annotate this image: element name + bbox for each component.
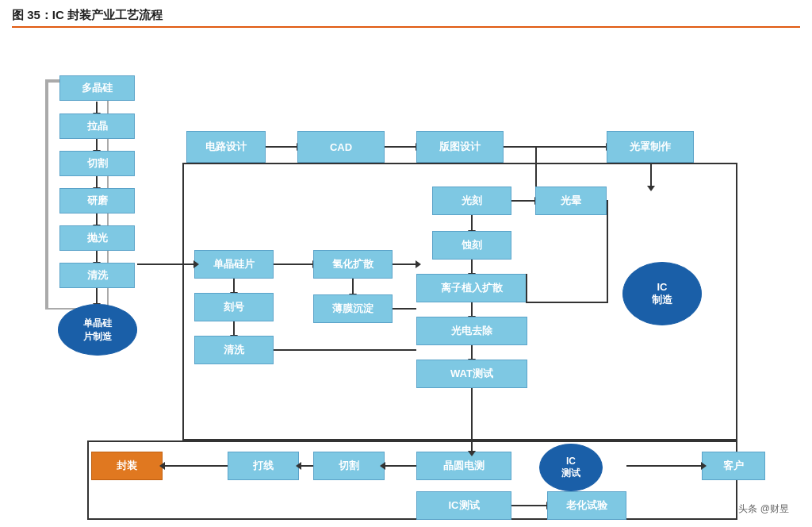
box-qingxi2: 清洗 [194,336,274,364]
arrow-yanmo-paiguang [96,213,98,225]
line-feedback-v [526,274,527,303]
box-lizizhiruokuosan: 离子植入扩散 [416,274,527,302]
arrow-duojingui-lajing [96,102,98,113]
arrow-daxian-fengzhuang [164,465,228,467]
diagram: 多晶硅 拉晶 切割 研磨 抛光 清洗 单晶硅 片制造 电路设计 CAD 版图设计 [12,36,797,520]
oval-ic-make: IC 制造 [622,262,702,325]
line-guangqin-down [607,200,608,303]
arrow-wat-jingjianyuan [471,388,473,452]
arrow-danjing-qinghua [274,264,313,265]
arrow-lajing-qiege [96,139,98,151]
box-laohuashiyan: 老化试验 [547,491,626,520]
box-bommochenjii: 薄膜沉淀 [313,294,393,323]
box-lajing: 拉晶 [59,113,135,139]
arrow-guangke-shike [471,215,473,231]
arrow-cad-bantu [385,146,416,148]
bottom-border [87,440,737,520]
arrow-guangzhao-down-ic [650,163,652,187]
line-feedback-h [526,302,607,303]
arrow-qinghua-bommo [352,279,354,294]
arrow-guangdian-wat [471,345,473,360]
arrow-guangke-guangqin [511,200,535,202]
arrow-danjing-kehao [233,279,235,293]
box-bantushejii: 版图设计 [416,131,504,163]
arrow-kehao-qingxi2 [233,321,235,336]
box-xiqing: 清洗 [59,263,135,288]
box-duojingui: 多晶硅 [59,75,135,101]
box-shike: 蚀刻 [432,231,511,260]
watermark: 头条 @财昱 [738,502,789,516]
arrow-qinghua-guangke [393,264,416,265]
box-qinghuakuosan: 氢化扩散 [313,250,393,279]
box-guangqin: 光晕 [535,187,607,215]
arrow-qiege-yanmo [96,176,98,188]
box-daxian: 打线 [228,452,299,480]
line-bantu-down [535,147,537,163]
box-cad: CAD [297,131,385,163]
box-yanmo: 研磨 [59,188,135,213]
arrow-oval-to-danjing [137,264,194,265]
box-danjingguipian: 单晶硅片 [194,250,274,279]
arrow-bommo-right [393,308,416,310]
arrow-qingxi2-right [274,349,416,351]
box-paiguang: 抛光 [59,225,135,251]
arrow-shike-lizii [471,260,473,274]
title-bar: 图 35：IC 封装产业工艺流程 [12,8,800,28]
box-kehao: 刻号 [194,293,274,321]
box-guangke: 光刻 [432,187,511,215]
page: 图 35：IC 封装产业工艺流程 多晶硅 拉晶 切割 研磨 抛光 清洗 单晶硅 … [0,0,812,527]
oval-wafer: 单晶硅 片制造 [58,304,137,356]
box-kehhu: 客户 [702,452,765,480]
box-ic-ceshi: IC测试 [416,491,511,520]
box-fengzhuang: 封装 [91,452,163,480]
arrow-xiqing-oval [96,288,98,304]
arrow-paiguang-xiqing [96,251,98,263]
arrow-to-kehhu [626,465,702,467]
box-guangzhaozhizuo: 光罩制作 [607,131,694,163]
arrow-dianlushejii-cad [266,146,297,148]
box-watceshi: WAT测试 [416,360,527,388]
box-jingjianyuancedian: 晶圆电测 [416,452,511,480]
box-qiege2: 切割 [313,452,385,480]
box-qiege: 切割 [59,151,135,176]
oval-ic-test: IC 测试 [539,444,603,491]
page-title: 图 35：IC 封装产业工艺流程 [12,8,163,23]
box-dianlushejii: 电路设计 [186,131,266,163]
box-guangdianchuqu: 光电去除 [416,317,527,345]
arrow-ic-ceshi-laohua [511,505,547,506]
arrow-jingjianyuan-qiege2 [385,465,416,467]
arrow-bantu-guangzhao [504,146,607,148]
arrow-lizii-guangdian [471,302,473,317]
